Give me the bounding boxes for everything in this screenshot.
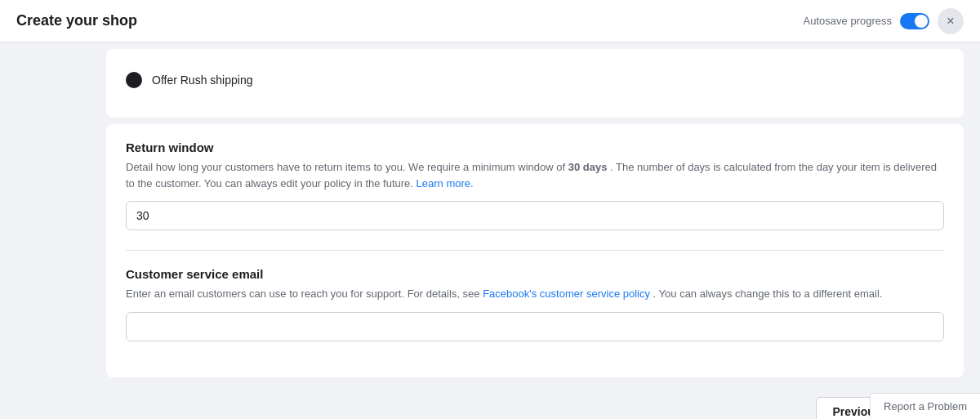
customer-service-description: Enter an email customers can use to reac…: [126, 286, 944, 302]
page-header: Create your shop Autosave progress ×: [0, 0, 980, 42]
close-icon: ×: [947, 14, 954, 29]
shipping-card: Offer Rush shipping: [106, 49, 964, 118]
rush-shipping-label: Offer Rush shipping: [152, 74, 252, 87]
rush-shipping-row: Offer Rush shipping: [126, 65, 944, 101]
sidebar: [0, 42, 106, 419]
return-min-days: 30 days: [568, 161, 608, 173]
header-right: Autosave progress ×: [804, 8, 964, 34]
email-desc-part1: Enter an email customers can use to reac…: [126, 288, 480, 300]
return-window-section: Return window Detail how long your custo…: [126, 140, 944, 230]
action-row: Previous Next: [106, 384, 980, 420]
email-desc-part2: . You can always change this to a differ…: [653, 288, 883, 300]
customer-service-email-section: Customer service email Enter an email cu…: [126, 267, 944, 341]
return-window-description: Detail how long your customers have to r…: [126, 159, 944, 191]
return-desc-part1: Detail how long your customers have to r…: [126, 161, 565, 173]
policy-link[interactable]: Facebook's customer service policy: [483, 288, 650, 300]
return-window-input[interactable]: [126, 201, 944, 230]
content-area: Offer Rush shipping Return window Detail…: [106, 42, 980, 419]
learn-more-link[interactable]: Learn more.: [416, 177, 474, 189]
return-window-title: Return window: [126, 140, 944, 154]
customer-service-email-title: Customer service email: [126, 267, 944, 281]
close-button[interactable]: ×: [938, 8, 964, 34]
main-wrapper: Offer Rush shipping Return window Detail…: [0, 42, 980, 419]
customer-email-input[interactable]: [126, 312, 944, 341]
report-problem-button[interactable]: Report a Problem: [870, 393, 980, 419]
policy-card: Return window Detail how long your custo…: [106, 124, 964, 377]
autosave-toggle[interactable]: [900, 13, 929, 29]
shipping-dot-icon: [126, 72, 142, 88]
section-divider: [126, 250, 944, 251]
page-title: Create your shop: [16, 12, 137, 29]
autosave-label: Autosave progress: [804, 15, 892, 27]
